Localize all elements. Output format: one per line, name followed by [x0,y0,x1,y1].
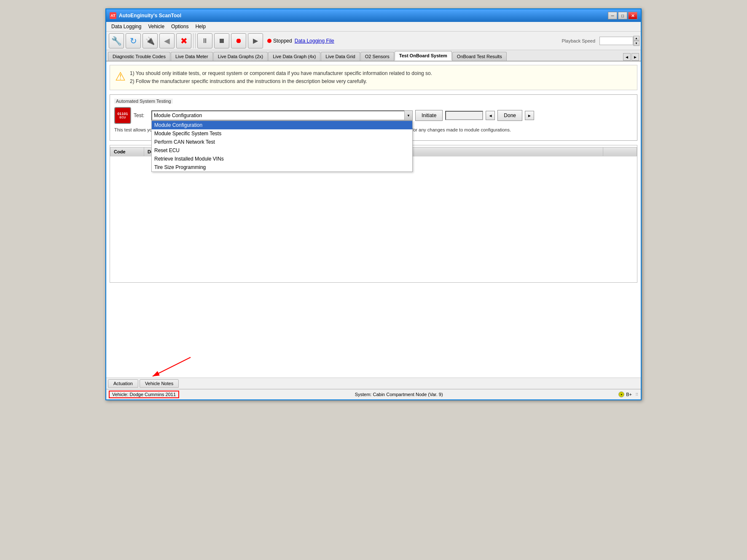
menu-data-logging[interactable]: Data Logging [108,23,145,30]
progress-bar [445,111,483,120]
dropdown-option-2[interactable]: Perform CAN Network Test [152,138,412,146]
warning-icon: ⚠ [115,70,126,83]
nav-right-button[interactable]: ► [525,111,534,120]
status-area: Stopped Data Logging File [267,38,334,44]
col-header-extra [603,147,637,156]
tab-prev-button[interactable]: ◄ [623,53,631,61]
dropdown-option-5[interactable]: Tire Size Programming [152,163,412,171]
tab-dtc[interactable]: Diagnostic Trouble Codes [108,52,170,61]
media-stop-button[interactable]: ⏹ [214,33,229,48]
b-plus-label: B+ [626,392,632,397]
stop-icon: ✖ [180,36,188,46]
window-title: AutoEnginuity's ScanTool [119,13,608,19]
connect-button[interactable]: 🔌 [142,33,158,48]
test-dropdown[interactable]: Module Configuration [151,110,413,121]
tab-live-meter[interactable]: Live Data Meter [171,52,213,61]
test-label: Test: [134,113,149,118]
home-icon: 🔧 [111,36,122,46]
status-text: Stopped [273,38,292,44]
tab-live-graph-4x[interactable]: Live Data Graph (4x) [268,52,320,61]
nav-left-button[interactable]: ◄ [486,111,495,120]
resize-handle[interactable]: ⠿ [635,392,638,397]
menu-bar: Data Logging Vehicle Options Help [106,22,641,32]
refresh-button[interactable]: ↻ [126,33,141,48]
play-button[interactable]: ▶ [248,33,263,48]
test-row: 01101 ECU Test: Module Configuration ▼ M… [114,107,633,124]
title-bar: AT AutoEnginuity's ScanTool ─ □ ✕ [106,9,641,22]
main-window: AT AutoEnginuity's ScanTool ─ □ ✕ Data L… [105,8,642,400]
back-icon: ◀ [164,36,170,46]
toolbar: 🔧 ↻ 🔌 ◀ ✖ ⏸ ⏹ ⏺ ▶ Stopped [106,32,641,50]
tab-vehicle-notes[interactable]: Vehicle Notes [140,379,179,388]
pause-icon: ⏸ [202,37,208,45]
playback-group: Playback Speed [562,37,634,45]
tab-live-grid[interactable]: Live Data Grid [321,52,360,61]
empty-cell [110,156,637,282]
status-badge: Stopped [267,38,292,44]
done-button[interactable]: Done [497,110,522,121]
refresh-icon: ↻ [130,36,137,46]
status-vehicle: Vehicle: Dodge Cummins 2011 [109,391,179,398]
b-plus-indicator: ● [618,391,624,397]
playback-speed-label: Playback Speed [562,38,596,43]
automated-testing-group: Automated System Testing 01101 ECU Test:… [110,94,637,141]
toolbar-scroll: ▲ ▼ [633,36,639,46]
pause-button[interactable]: ⏸ [197,33,212,48]
group-title: Automated System Testing [114,99,173,104]
tab-onboard-results[interactable]: OnBoard Test Results [452,52,507,61]
logging-file-link[interactable]: Data Logging File [295,38,334,44]
test-dropdown-list: Module Configuration Module Specific Sys… [151,121,413,172]
status-system: System: Cabin Compartment Node (Var. 9) [183,392,615,397]
table-row-empty [110,156,637,282]
menu-help[interactable]: Help [192,23,209,30]
dropdown-option-3[interactable]: Reset ECU [152,146,412,155]
tab-test-onboard[interactable]: Test OnBoard System [395,51,452,61]
minimize-button[interactable]: ─ [608,12,617,19]
tab-bar: Diagnostic Trouble Codes Live Data Meter… [106,50,641,62]
playback-speed-input[interactable] [599,37,633,45]
dropdown-option-4[interactable]: Retrieve Installed Module VINs [152,155,412,163]
back-button[interactable]: ◀ [159,33,175,48]
warning-line2: 2) Follow the manufacturer specific inst… [130,78,432,86]
warning-text: 1) You should only initiate tests, or re… [130,70,432,86]
close-button[interactable]: ✕ [628,12,637,19]
dropdown-option-1[interactable]: Module Specific System Tests [152,129,412,138]
bottom-tab-bar: Actuation Vehicle Notes [106,378,641,389]
status-bar: Vehicle: Dodge Cummins 2011 System: Cabi… [106,389,641,399]
tab-actuation[interactable]: Actuation [108,379,138,388]
play-icon: ▶ [253,37,258,45]
app-icon: AT [110,12,116,19]
tab-next-button[interactable]: ► [631,53,639,61]
warning-box: ⚠ 1) You should only initiate tests, or … [110,65,637,90]
status-b-plus: ● B+ [618,391,632,397]
test-dropdown-container: Module Configuration ▼ Module Configurat… [151,110,413,121]
main-content: ⚠ 1) You should only initiate tests, or … [106,62,641,378]
toolbar-separator [193,33,196,48]
maximize-button[interactable]: □ [618,12,627,19]
tab-navigation: ◄ ► [623,53,639,61]
record-button[interactable]: ⏺ [231,33,246,48]
connect-icon: 🔌 [145,36,155,46]
b-plus-inner: ● [621,393,622,396]
initiate-button[interactable]: Initiate [415,110,443,121]
home-button[interactable]: 🔧 [109,33,124,48]
tab-o2-sensors[interactable]: O2 Sensors [360,52,394,61]
stop-session-button[interactable]: ✖ [176,33,191,48]
recording-indicator [267,39,271,43]
ecu-icon: 01101 ECU [114,107,131,124]
warning-line1: 1) You should only initiate tests, or re… [130,70,432,78]
col-header-code: Code [110,147,144,156]
window-controls: ─ □ ✕ [608,12,637,19]
menu-options[interactable]: Options [168,23,192,30]
record-icon: ⏺ [235,37,242,45]
tab-live-graphs-2x[interactable]: Live Data Graphs (2x) [213,52,268,61]
scroll-down-button[interactable]: ▼ [634,41,640,46]
menu-vehicle[interactable]: Vehicle [145,23,168,30]
scroll-up-button[interactable]: ▲ [634,36,640,41]
dropdown-option-0[interactable]: Module Configuration [152,121,412,129]
test-dropdown-selected: Module Configuration [154,113,202,118]
media-stop-icon: ⏹ [218,37,225,45]
